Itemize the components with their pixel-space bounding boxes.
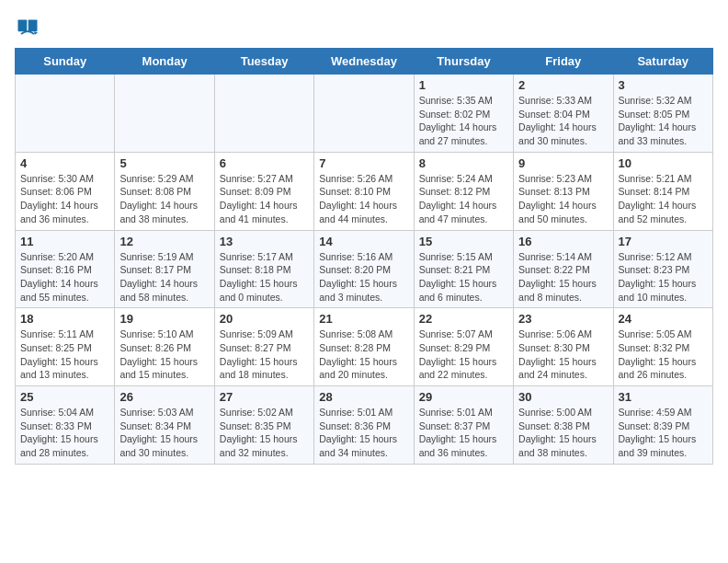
day-number: 12 — [119, 235, 209, 248]
calendar-cell: 25Sunrise: 5:04 AMSunset: 8:33 PMDayligh… — [16, 386, 115, 465]
weekday-header-thursday: Thursday — [414, 49, 513, 75]
calendar-cell: 13Sunrise: 5:17 AMSunset: 8:18 PMDayligh… — [214, 230, 313, 308]
day-number: 3 — [619, 78, 708, 92]
calendar-cell: 28Sunrise: 5:01 AMSunset: 8:36 PMDayligh… — [314, 386, 414, 465]
calendar-cell: 30Sunrise: 5:00 AMSunset: 8:38 PMDayligh… — [514, 386, 613, 465]
calendar-cell: 20Sunrise: 5:09 AMSunset: 8:27 PMDayligh… — [214, 308, 313, 386]
day-number: 14 — [319, 235, 408, 248]
day-detail: Sunrise: 5:33 AMSunset: 8:04 PMDaylight:… — [518, 94, 608, 148]
day-detail: Sunrise: 5:12 AMSunset: 8:23 PMDaylight:… — [619, 250, 708, 304]
calendar-cell: 12Sunrise: 5:19 AMSunset: 8:17 PMDayligh… — [115, 230, 214, 308]
day-detail: Sunrise: 5:16 AMSunset: 8:20 PMDaylight:… — [319, 250, 408, 304]
day-detail: Sunrise: 5:19 AMSunset: 8:17 PMDaylight:… — [119, 250, 209, 304]
calendar-week-4: 18Sunrise: 5:11 AMSunset: 8:25 PMDayligh… — [16, 308, 713, 386]
calendar-cell: 29Sunrise: 5:01 AMSunset: 8:37 PMDayligh… — [414, 386, 513, 465]
day-detail: Sunrise: 5:29 AMSunset: 8:08 PMDaylight:… — [119, 172, 209, 226]
day-detail: Sunrise: 5:30 AMSunset: 8:06 PMDaylight:… — [20, 172, 109, 226]
day-number: 16 — [518, 235, 608, 248]
svg-rect-1 — [18, 20, 28, 32]
calendar-cell — [214, 75, 313, 153]
calendar-cell: 19Sunrise: 5:10 AMSunset: 8:26 PMDayligh… — [115, 308, 214, 386]
day-number: 27 — [220, 390, 309, 404]
day-number: 18 — [20, 312, 109, 326]
day-detail: Sunrise: 5:11 AMSunset: 8:25 PMDaylight:… — [20, 327, 109, 382]
calendar-cell: 9Sunrise: 5:23 AMSunset: 8:13 PMDaylight… — [514, 152, 613, 230]
day-detail: Sunrise: 5:26 AMSunset: 8:10 PMDaylight:… — [319, 172, 408, 226]
calendar-table: SundayMondayTuesdayWednesdayThursdayFrid… — [15, 48, 713, 465]
calendar-cell: 21Sunrise: 5:08 AMSunset: 8:28 PMDayligh… — [314, 308, 414, 386]
weekday-header-friday: Friday — [514, 49, 613, 75]
day-number: 2 — [518, 78, 608, 92]
calendar-week-2: 4Sunrise: 5:30 AMSunset: 8:06 PMDaylight… — [16, 152, 713, 230]
day-number: 5 — [119, 156, 209, 170]
day-number: 25 — [20, 390, 109, 404]
day-number: 19 — [119, 312, 209, 326]
calendar-week-1: 1Sunrise: 5:35 AMSunset: 8:02 PMDaylight… — [16, 75, 713, 153]
calendar-cell: 7Sunrise: 5:26 AMSunset: 8:10 PMDaylight… — [314, 152, 414, 230]
calendar-cell: 4Sunrise: 5:30 AMSunset: 8:06 PMDaylight… — [16, 152, 115, 230]
day-number: 1 — [419, 78, 508, 92]
day-detail: Sunrise: 5:04 AMSunset: 8:33 PMDaylight:… — [20, 406, 109, 460]
calendar-cell: 17Sunrise: 5:12 AMSunset: 8:23 PMDayligh… — [613, 230, 712, 308]
day-detail: Sunrise: 5:17 AMSunset: 8:18 PMDaylight:… — [220, 250, 309, 304]
day-number: 21 — [319, 312, 408, 326]
calendar-cell: 2Sunrise: 5:33 AMSunset: 8:04 PMDaylight… — [514, 75, 613, 153]
day-detail: Sunrise: 5:03 AMSunset: 8:34 PMDaylight:… — [119, 406, 209, 460]
day-detail: Sunrise: 5:27 AMSunset: 8:09 PMDaylight:… — [220, 172, 309, 226]
weekday-header-tuesday: Tuesday — [214, 49, 313, 75]
calendar-cell: 31Sunrise: 4:59 AMSunset: 8:39 PMDayligh… — [613, 386, 712, 465]
day-detail: Sunrise: 5:32 AMSunset: 8:05 PMDaylight:… — [619, 94, 708, 148]
day-number: 6 — [220, 156, 309, 170]
day-detail: Sunrise: 5:06 AMSunset: 8:30 PMDaylight:… — [518, 327, 608, 382]
day-detail: Sunrise: 5:35 AMSunset: 8:02 PMDaylight:… — [419, 94, 508, 148]
day-number: 22 — [419, 312, 508, 326]
calendar-cell: 26Sunrise: 5:03 AMSunset: 8:34 PMDayligh… — [115, 386, 214, 465]
logo — [15, 15, 44, 40]
day-detail: Sunrise: 4:59 AMSunset: 8:39 PMDaylight:… — [619, 406, 708, 460]
day-detail: Sunrise: 5:09 AMSunset: 8:27 PMDaylight:… — [220, 327, 309, 382]
day-detail: Sunrise: 5:08 AMSunset: 8:28 PMDaylight:… — [319, 327, 408, 382]
calendar-cell: 18Sunrise: 5:11 AMSunset: 8:25 PMDayligh… — [16, 308, 115, 386]
day-detail: Sunrise: 5:07 AMSunset: 8:29 PMDaylight:… — [419, 327, 508, 382]
calendar-cell: 10Sunrise: 5:21 AMSunset: 8:14 PMDayligh… — [613, 152, 712, 230]
page-header — [15, 15, 713, 40]
svg-marker-3 — [34, 31, 38, 35]
day-number: 20 — [220, 312, 309, 326]
calendar-cell: 3Sunrise: 5:32 AMSunset: 8:05 PMDaylight… — [613, 75, 712, 153]
calendar-cell: 24Sunrise: 5:05 AMSunset: 8:32 PMDayligh… — [613, 308, 712, 386]
logo-icon — [15, 15, 40, 40]
svg-rect-2 — [28, 20, 38, 32]
calendar-cell: 8Sunrise: 5:24 AMSunset: 8:12 PMDaylight… — [414, 152, 513, 230]
weekday-header-monday: Monday — [115, 49, 214, 75]
day-number: 7 — [319, 156, 408, 170]
day-number: 30 — [518, 390, 608, 404]
calendar-cell — [115, 75, 214, 153]
day-detail: Sunrise: 5:24 AMSunset: 8:12 PMDaylight:… — [419, 172, 508, 226]
day-number: 8 — [419, 156, 508, 170]
day-detail: Sunrise: 5:01 AMSunset: 8:36 PMDaylight:… — [319, 406, 408, 460]
day-detail: Sunrise: 5:21 AMSunset: 8:14 PMDaylight:… — [619, 172, 708, 226]
weekday-header-row: SundayMondayTuesdayWednesdayThursdayFrid… — [16, 49, 713, 75]
day-detail: Sunrise: 5:00 AMSunset: 8:38 PMDaylight:… — [518, 406, 608, 460]
day-number: 11 — [20, 235, 109, 248]
day-number: 23 — [518, 312, 608, 326]
day-detail: Sunrise: 5:01 AMSunset: 8:37 PMDaylight:… — [419, 406, 508, 460]
day-detail: Sunrise: 5:15 AMSunset: 8:21 PMDaylight:… — [419, 250, 508, 304]
calendar-cell: 11Sunrise: 5:20 AMSunset: 8:16 PMDayligh… — [16, 230, 115, 308]
calendar-cell: 27Sunrise: 5:02 AMSunset: 8:35 PMDayligh… — [214, 386, 313, 465]
calendar-cell: 23Sunrise: 5:06 AMSunset: 8:30 PMDayligh… — [514, 308, 613, 386]
day-number: 31 — [619, 390, 708, 404]
calendar-cell: 1Sunrise: 5:35 AMSunset: 8:02 PMDaylight… — [414, 75, 513, 153]
calendar-cell: 5Sunrise: 5:29 AMSunset: 8:08 PMDaylight… — [115, 152, 214, 230]
day-number: 26 — [119, 390, 209, 404]
day-number: 13 — [220, 235, 309, 248]
calendar-cell: 22Sunrise: 5:07 AMSunset: 8:29 PMDayligh… — [414, 308, 513, 386]
day-number: 17 — [619, 235, 708, 248]
calendar-cell: 6Sunrise: 5:27 AMSunset: 8:09 PMDaylight… — [214, 152, 313, 230]
calendar-cell — [314, 75, 414, 153]
weekday-header-sunday: Sunday — [16, 49, 115, 75]
calendar-cell: 16Sunrise: 5:14 AMSunset: 8:22 PMDayligh… — [514, 230, 613, 308]
day-number: 24 — [619, 312, 708, 326]
day-detail: Sunrise: 5:10 AMSunset: 8:26 PMDaylight:… — [119, 327, 209, 382]
calendar-week-5: 25Sunrise: 5:04 AMSunset: 8:33 PMDayligh… — [16, 386, 713, 465]
